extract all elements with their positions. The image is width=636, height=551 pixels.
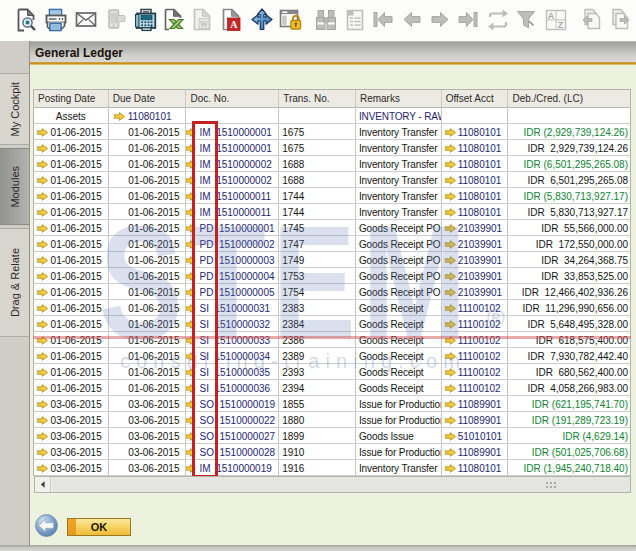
svg-text:Z: Z [558,20,564,30]
svg-text:W: W [200,20,208,29]
svg-text:A: A [230,19,238,30]
svg-text:A: A [548,11,555,21]
